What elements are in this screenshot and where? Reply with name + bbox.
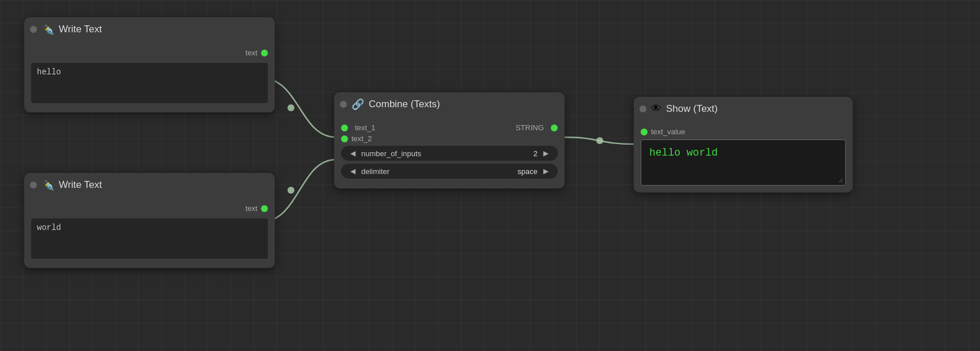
combine-delimiter-left-arrow[interactable]: ◀: [347, 166, 359, 176]
write-text-2-input[interactable]: world: [31, 218, 268, 259]
write-text-2-status: [30, 182, 37, 188]
write-text-2-header: ✒️ Write Text: [24, 173, 275, 197]
combine-text1-label: text_1: [355, 123, 375, 132]
show-text-icon: 👁: [651, 103, 661, 115]
show-text-node: 👁 Show (Text) text_value hello world ⊿: [634, 97, 853, 193]
combine-text2-row: text_2: [341, 134, 558, 143]
combine-icon: 🔗: [351, 98, 364, 111]
write-text-2-output-row: text: [31, 204, 268, 213]
combine-inputs-right-arrow[interactable]: ▶: [540, 148, 552, 158]
write-text-1-header: ✒️ Write Text: [24, 17, 275, 41]
show-text-input-port[interactable]: [641, 129, 648, 135]
write-text-1-title: Write Text: [59, 24, 102, 35]
write-text-1-status: [30, 26, 37, 33]
combine-inputs-left-arrow[interactable]: ◀: [347, 148, 359, 158]
show-text-status: [640, 105, 646, 112]
svg-point-0: [287, 104, 294, 111]
write-text-1-output-row: text: [31, 48, 268, 57]
resize-handle-icon[interactable]: ⊿: [838, 177, 843, 184]
combine-text2-label: text_2: [351, 134, 372, 143]
combine-header: 🔗 Combine (Texts): [334, 92, 565, 116]
combine-text1-port[interactable]: [341, 124, 348, 131]
combine-title: Combine (Texts): [369, 99, 440, 110]
combine-text1-row: text_1 STRING: [341, 123, 558, 132]
combine-delimiter-label: delimiter: [361, 167, 517, 176]
combine-delimiter-stepper[interactable]: ◀ delimiter space ▶: [341, 164, 558, 179]
svg-point-1: [287, 187, 294, 194]
combine-delimiter-right-arrow[interactable]: ▶: [540, 166, 552, 176]
combine-node: 🔗 Combine (Texts) text_1 STRING text_2: [334, 92, 565, 188]
combine-output-port[interactable]: [551, 124, 558, 131]
write-text-1-port-label: text: [245, 48, 258, 57]
show-text-input-row: text_value: [641, 127, 846, 136]
write-text-node-2: ✒️ Write Text text world: [24, 173, 275, 268]
combine-inputs-label: number_of_inputs: [361, 149, 533, 158]
write-text-1-icon: ✒️: [41, 23, 54, 36]
show-text-header: 👁 Show (Text): [634, 97, 853, 120]
combine-inputs-value: 2: [533, 149, 538, 158]
write-text-1-input[interactable]: hello: [31, 63, 268, 103]
write-text-2-port-label: text: [245, 204, 258, 213]
combine-delimiter-value: space: [517, 167, 538, 176]
combine-body: text_1 STRING text_2 ◀ number_of_inputs …: [334, 116, 565, 188]
show-text-body: text_value hello world ⊿: [634, 120, 853, 193]
write-text-1-output-port[interactable]: [261, 50, 268, 56]
write-text-2-title: Write Text: [59, 179, 102, 191]
combine-string-label: STRING: [516, 123, 544, 132]
show-text-port-label: text_value: [651, 127, 685, 136]
write-text-node-1: ✒️ Write Text text hello: [24, 17, 275, 112]
write-text-2-body: text world: [24, 197, 275, 268]
show-text-output-display: hello world ⊿: [641, 139, 846, 186]
show-text-title: Show (Text): [666, 103, 718, 115]
svg-point-2: [596, 137, 603, 144]
show-text-output-value: hello world: [649, 147, 718, 158]
write-text-2-icon: ✒️: [41, 179, 54, 191]
node-canvas: ✒️ Write Text text hello ✒️ Write Text t…: [0, 0, 980, 351]
write-text-1-body: text hello: [24, 41, 275, 112]
combine-text2-port[interactable]: [341, 135, 348, 142]
combine-status: [340, 101, 347, 108]
combine-inputs-stepper[interactable]: ◀ number_of_inputs 2 ▶: [341, 146, 558, 161]
write-text-2-output-port[interactable]: [261, 205, 268, 212]
